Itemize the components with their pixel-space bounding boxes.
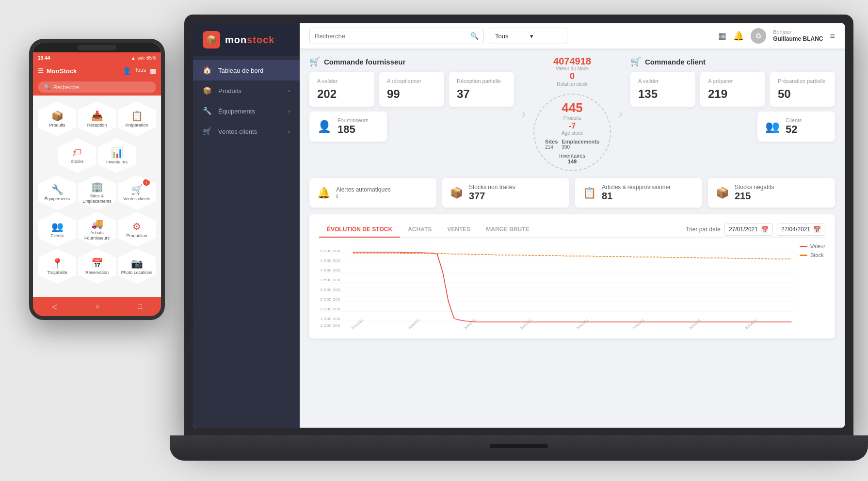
user-info: Bonjour Guillaume BLANC xyxy=(773,29,823,43)
barcode-icon[interactable]: ▦ xyxy=(718,31,726,41)
alert-info: Stocks négatifs 215 xyxy=(735,184,774,202)
alert-row: 🔔 Alertes automatiques ℹ 📦 St xyxy=(309,178,835,208)
svg-text:21/04/21: 21/04/21 xyxy=(688,318,702,330)
hex-item-production[interactable]: ⚙ Production xyxy=(118,212,156,247)
hex-item-clients[interactable]: 👥 Clients xyxy=(38,212,76,247)
phone-notch xyxy=(33,43,161,52)
phone-filter: Tous xyxy=(135,67,146,75)
date-to-input[interactable]: 27/04/2021 📅 xyxy=(777,224,825,236)
legend-item-valeur: Valeur xyxy=(800,243,825,249)
hex-label: Inventaires xyxy=(106,160,128,165)
phone-search-input[interactable]: 🔍 Recherche xyxy=(38,81,156,93)
hex-badge: ! xyxy=(143,179,150,186)
hex-item-tracabilite[interactable]: 📍 Traçabilité xyxy=(38,249,76,284)
chart-tabs: ÉVOLUTION DE STOCK ACHATS VENTES MARGE B… xyxy=(319,222,825,238)
alert-label: Alertes automatiques xyxy=(336,186,391,193)
center-stats: 4074918 Valeur du stock 0 Rotation stock… xyxy=(533,56,611,171)
user-phone-icon[interactable]: 👤 xyxy=(123,67,131,75)
phone-header: ☰ MonStock 👤 Tous ▦ xyxy=(33,63,161,79)
svg-text:2 000 000: 2 000 000 xyxy=(320,307,340,311)
alert-card-automatiques: 🔔 Alertes automatiques ℹ xyxy=(309,178,436,208)
valeur-stock-label: Valeur du stock xyxy=(553,66,591,71)
hex-item-preparation[interactable]: 📋 Préparation xyxy=(118,101,156,136)
chevron-down-icon: ▾ xyxy=(530,32,562,40)
alert-info: Articles à réapprovisionner 81 xyxy=(602,184,671,202)
hex-row-2: 🏷 Stocks 📊 Inventaires xyxy=(37,138,157,173)
chart-section: ÉVOLUTION DE STOCK ACHATS VENTES MARGE B… xyxy=(309,214,835,338)
tab-achats[interactable]: ACHATS xyxy=(400,222,439,238)
order-card: A valider 135 xyxy=(630,72,695,107)
hex-label: Traçabilité xyxy=(47,270,67,275)
phone-search-placeholder: Recherche xyxy=(53,84,79,90)
hex-label: Photo Locations xyxy=(121,270,153,275)
hex-reception-icon: 📥 xyxy=(91,110,103,122)
sidebar-item-tableau-de-bord[interactable]: 🏠 Tableau de bord xyxy=(193,60,300,80)
phone: 16:44 ▲ wifi 65% ☰ MonStock 👤 Tous ▦ 🔍 xyxy=(29,39,165,320)
tab-ventes[interactable]: VENTES xyxy=(439,222,478,238)
search-box[interactable]: 🔍 xyxy=(309,28,484,44)
filter-value: Tous xyxy=(495,32,527,40)
entity-info: Fournisseurs 185 xyxy=(338,117,369,136)
sales-icon: 🛒 xyxy=(203,127,212,136)
clients-card: 👥 Clients 52 xyxy=(757,112,835,142)
legend-dot-stock xyxy=(800,255,807,256)
search-input[interactable] xyxy=(315,32,470,40)
alert-info: Stocks non traités 377 xyxy=(469,184,515,202)
menu-phone-icon[interactable]: ☰ xyxy=(38,67,44,75)
sites-label: Sites xyxy=(545,139,558,144)
hex-item-sites[interactable]: 🏢 Sites & Emplacements xyxy=(78,175,116,210)
card-label: Réception partielle xyxy=(457,78,506,84)
logo-text: monstock xyxy=(225,34,274,46)
app-layout: 📦 monstock 🏠 Tableau de bord 📦 Produits xyxy=(193,23,845,428)
alert-card-reappro: 📋 Articles à réapprovisionner 81 xyxy=(575,178,702,208)
hex-item-inventaires[interactable]: 📊 Inventaires xyxy=(98,138,136,173)
hex-label: Production xyxy=(126,233,147,239)
sidebar-item-equipements[interactable]: 🔧 Équipements › xyxy=(193,101,300,121)
hex-item-reservation[interactable]: 📅 Réservation xyxy=(78,249,116,284)
age-stock-value: -7 xyxy=(562,122,583,130)
phone-home-icon[interactable]: ○ xyxy=(96,303,99,310)
commande-fournisseur-title: 🛒 Commande fournisseur xyxy=(309,56,514,67)
list-blue-icon: 📋 xyxy=(583,187,596,199)
card-value: 50 xyxy=(778,87,827,101)
phone-apps-icon[interactable]: □ xyxy=(138,303,142,310)
hex-item-ventes[interactable]: 🛒 ! Ventes clients xyxy=(118,175,156,210)
card-value: 37 xyxy=(457,87,506,101)
hex-item-equipements[interactable]: 🔧 Équipements xyxy=(38,175,76,210)
card-value: 99 xyxy=(387,87,436,101)
chevron-right-icon: › xyxy=(288,128,290,134)
date-from-input[interactable]: 27/01/2021 📅 xyxy=(724,224,773,236)
hex-item-stocks[interactable]: 🏷 Stocks xyxy=(58,138,96,173)
svg-text:24/02/21: 24/02/21 xyxy=(463,318,477,330)
sidebar-logo: 📦 monstock xyxy=(193,23,300,56)
bell-icon[interactable]: 🔔 xyxy=(733,31,744,41)
sidebar-item-label: Ventes clients xyxy=(218,128,257,135)
hex-item-reception[interactable]: 📥 Réception xyxy=(78,101,116,136)
tab-marge-brute[interactable]: MARGE BRUTE xyxy=(478,222,537,238)
entity-value: 185 xyxy=(338,123,369,136)
menu-icon[interactable]: ≡ xyxy=(830,31,835,41)
filter-select[interactable]: Tous ▾ xyxy=(490,28,567,44)
sidebar-item-ventes-clients[interactable]: 🛒 Ventes clients › xyxy=(193,121,300,142)
chart-date-controls: Trier par date 27/01/2021 📅 27/04/2021 📅 xyxy=(686,224,825,236)
barcode-phone-icon[interactable]: ▦ xyxy=(150,67,156,75)
client-cards: A valider 135 A préparer 219 xyxy=(630,72,835,107)
tab-evolution-stock[interactable]: ÉVOLUTION DE STOCK xyxy=(319,222,400,238)
calendar-icon: 📅 xyxy=(761,226,769,233)
avatar: G xyxy=(751,28,766,44)
entity-value: 52 xyxy=(786,123,802,136)
hex-item-photo[interactable]: 📷 Photo Locations xyxy=(118,249,156,284)
hex-label: Stocks xyxy=(70,159,83,164)
hex-label: Réception xyxy=(87,123,107,128)
valeur-stock-value: 4074918 xyxy=(553,56,591,66)
sites-value: 214 xyxy=(545,144,553,150)
hex-item-produits[interactable]: 📦 Produits xyxy=(38,101,76,136)
phone-back-icon[interactable]: ◁ xyxy=(52,303,57,310)
inventaires-value: 149 xyxy=(568,159,577,164)
battery-icon: 65% xyxy=(146,55,156,61)
sidebar-item-produits[interactable]: 📦 Produits › xyxy=(193,80,300,101)
box-red-icon: 📦 xyxy=(716,187,729,199)
hex-item-achats[interactable]: 🚚 Achats Fournisseurs xyxy=(78,212,116,247)
alert-value: 215 xyxy=(735,191,774,202)
rotation-stock-label: Rotation stock xyxy=(553,81,591,87)
